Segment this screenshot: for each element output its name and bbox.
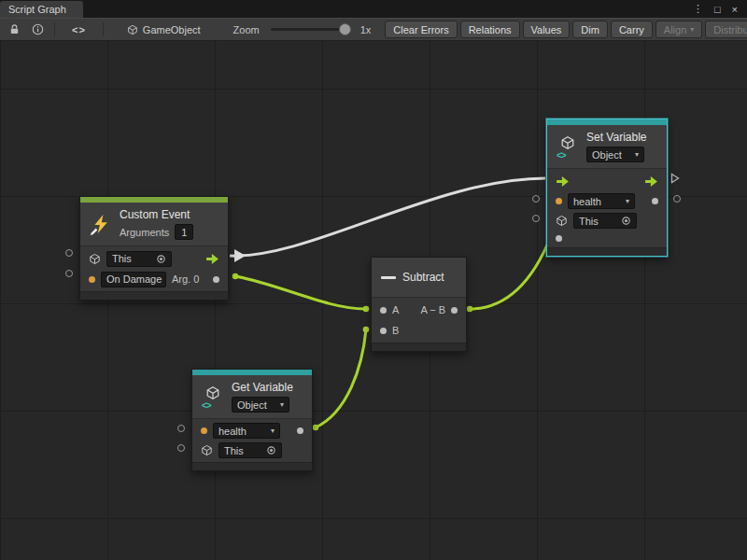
input-port-b[interactable] [380,328,387,334]
node-title: Set Variable [586,131,646,144]
string-port[interactable] [89,276,95,283]
connection-result-to-setvar[interactable] [470,231,553,309]
node-body: health ▾ This [192,419,312,462]
input-port-a[interactable] [380,307,387,314]
event-name-input[interactable]: On Damage [101,272,166,287]
string-port[interactable] [556,198,562,204]
node-get-variable[interactable]: <> Get Variable Object ▾ healt [191,369,313,471]
result-label: A − B [420,304,445,315]
cube-icon [556,215,568,227]
node-body: A A − B B [372,298,466,343]
flow-arrowhead-icon [234,249,246,262]
connection-getvar-to-b[interactable] [316,329,366,427]
node-title: Get Variable [232,381,293,394]
close-icon[interactable]: × [732,4,738,15]
distribute-button[interactable]: Distribute▾ [705,21,747,38]
wire-endpoint [233,273,239,280]
target-picker-icon[interactable] [621,216,631,226]
variable-name-dropdown[interactable]: health ▾ [568,193,635,209]
connection-control-flow[interactable] [230,178,545,256]
clear-errors-button[interactable]: Clear Errors [385,21,457,38]
tab-title: Script Graph [8,4,66,15]
node-body: This On Damage Arg. 0 [80,246,228,291]
arg0-output-port[interactable] [213,276,219,283]
info-icon[interactable] [29,21,46,38]
dim-button[interactable]: Dim [572,21,608,38]
target-dropdown[interactable]: This [106,251,172,267]
code-icon[interactable]: <> [63,22,94,37]
graph-toolbar: <> GameObject Zoom 1x Clear Errors Relat… [0,18,747,41]
chevron-down-icon: ▾ [690,25,694,34]
carry-button[interactable]: Carry [611,21,653,38]
zoom-slider-knob[interactable] [339,23,351,35]
tab-script-graph[interactable]: Script Graph [0,1,83,18]
output-port[interactable] [673,195,681,203]
node-header: <> Set Variable Object ▾ [547,125,667,169]
pencil-icon [90,227,99,236]
cube-icon [201,444,213,456]
chevron-down-icon: ▾ [635,150,639,159]
value-output-port[interactable] [297,427,303,434]
toolbar-separator [54,22,55,36]
zoom-label: Zoom [233,24,260,35]
node-footer [547,247,667,256]
flow-output-port[interactable] [205,254,219,264]
connection-arg0-to-a[interactable] [235,276,365,309]
variable-scope-dropdown[interactable]: Object ▾ [232,397,289,413]
chevron-down-icon: ▾ [626,197,629,205]
align-button[interactable]: Align▾ [655,21,702,38]
window-menu-icon[interactable]: ⋮ [693,3,703,15]
gameobject-icon [127,24,138,35]
node-body: health ▾ This [547,169,667,247]
input-port[interactable] [177,425,185,432]
wire-endpoint [467,306,473,313]
input-port[interactable] [65,270,73,277]
wire-endpoint [363,327,370,333]
chevron-down-icon: ▾ [280,400,284,409]
zoom-value: 1x [360,24,372,35]
target-dropdown[interactable]: This [573,213,637,229]
unity-editor-window: Script Graph ⋮ □ × <> GameObject Zoom 1x… [0,0,747,560]
variable-name-dropdown[interactable]: health ▾ [213,423,280,439]
value-input-port[interactable] [556,235,562,242]
node-footer [192,462,312,470]
flow-input-port[interactable] [556,176,570,187]
target-picker-icon[interactable] [266,445,276,455]
tab-bar: Script Graph ⋮ □ × [0,0,747,18]
custom-event-icon [89,212,113,236]
maximize-icon[interactable]: □ [714,4,721,15]
gameobject-label: GameObject [143,24,201,35]
values-button[interactable]: Values [523,21,571,38]
node-title: Subtract [402,271,444,284]
node-set-variable[interactable]: <> Set Variable Object ▾ [546,119,668,257]
target-picker-icon[interactable] [156,254,166,264]
input-port[interactable] [65,249,73,257]
zoom-slider[interactable] [271,28,349,31]
node-custom-event[interactable]: Custom Event Arguments 1 This [79,196,229,301]
arguments-input[interactable]: 1 [175,224,193,240]
node-subtract[interactable]: Subtract A A − B B [371,257,467,352]
input-port[interactable] [177,444,185,452]
graph-canvas[interactable]: Custom Event Arguments 1 This [0,41,747,560]
relations-button[interactable]: Relations [460,21,520,38]
toolbar-separator [103,22,104,36]
arguments-label: Arguments [120,227,169,238]
output-port-result[interactable] [451,307,458,314]
flow-continuation-port[interactable] [670,173,680,184]
input-port[interactable] [532,215,540,222]
wire-endpoint [313,425,319,431]
lock-icon[interactable] [6,21,22,38]
chevron-down-icon: ▾ [271,427,275,435]
string-port[interactable] [201,427,207,434]
window-controls: ⋮ □ × [684,0,747,18]
input-port[interactable] [532,195,540,203]
gameobject-selector[interactable]: GameObject [127,24,201,35]
arg0-label: Arg. 0 [172,273,199,285]
node-header: Subtract [372,258,466,298]
node-footer [372,343,466,351]
target-dropdown[interactable]: This [218,442,282,458]
flow-output-port[interactable] [644,176,658,187]
variable-scope-dropdown[interactable]: Object ▾ [586,147,644,162]
cube-icon [89,253,101,265]
value-output-port[interactable] [652,198,658,204]
